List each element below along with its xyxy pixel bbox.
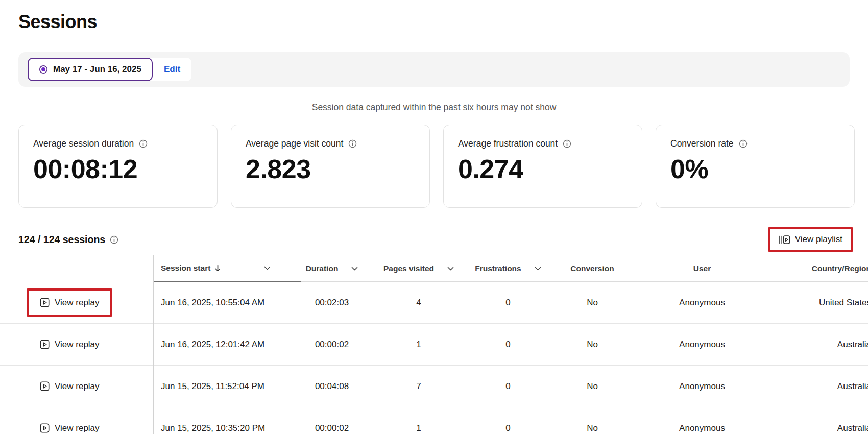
sessions-page: Sessions May 17 - Jun 16, 2025 Edit Sess… bbox=[0, 0, 868, 434]
column-header-frustrations[interactable]: Frustrations bbox=[475, 255, 541, 282]
table-row: View replay Jun 16, 2025, 10:55:04 AM 00… bbox=[0, 282, 868, 324]
view-replay-button[interactable]: View replay bbox=[39, 423, 100, 433]
metric-card: Average frustration count 0.274 bbox=[443, 125, 642, 208]
chevron-down-icon[interactable] bbox=[351, 267, 358, 271]
cell-duration: 00:04:08 bbox=[301, 366, 363, 407]
metric-label: Conversion rate bbox=[670, 138, 734, 149]
chevron-down-icon[interactable] bbox=[264, 266, 271, 270]
sort-descending-icon bbox=[214, 264, 221, 272]
info-icon[interactable] bbox=[739, 139, 748, 148]
cell-frustrations: 0 bbox=[475, 407, 541, 434]
cell-session-start: Jun 16, 2025, 12:01:42 AM bbox=[153, 324, 301, 366]
play-icon bbox=[39, 339, 50, 350]
annotation-highlight-view-replay: View replay bbox=[27, 288, 112, 317]
cell-country: Australia bbox=[761, 366, 868, 407]
table-header-row: Session start Duration Pages visited bbox=[0, 255, 868, 282]
cell-country: Australia bbox=[761, 324, 868, 366]
cell-country: Australia bbox=[761, 407, 868, 434]
cell-frustrations: 0 bbox=[475, 324, 541, 366]
cell-duration: 00:02:03 bbox=[301, 282, 363, 324]
cell-user: Anonymous bbox=[643, 407, 761, 434]
info-icon[interactable] bbox=[110, 235, 118, 244]
cell-country: United States bbox=[761, 282, 868, 324]
metric-card: Average page visit count 2.823 bbox=[231, 125, 430, 208]
column-header-country: Country/Region bbox=[761, 255, 868, 282]
cell-frustrations: 0 bbox=[475, 366, 541, 407]
pinned-column-divider bbox=[153, 255, 154, 434]
column-header-conversion: Conversion bbox=[541, 255, 643, 282]
cell-duration: 00:00:02 bbox=[301, 324, 363, 366]
view-replay-button[interactable]: View replay bbox=[39, 297, 100, 308]
date-range-label: May 17 - Jun 16, 2025 bbox=[53, 64, 141, 75]
annotation-highlight-view-playlist: View playlist bbox=[768, 227, 853, 252]
cell-conversion: No bbox=[541, 366, 643, 407]
date-range-chip[interactable]: May 17 - Jun 16, 2025 bbox=[28, 58, 153, 81]
metric-label: Average session duration bbox=[33, 138, 134, 149]
cell-pages-visited: 4 bbox=[363, 282, 475, 324]
sessions-table: Session start Duration Pages visited bbox=[0, 255, 868, 434]
metric-value: 0% bbox=[670, 155, 841, 183]
info-icon[interactable] bbox=[348, 139, 357, 148]
metric-card: Average session duration 00:08:12 bbox=[18, 125, 218, 208]
view-replay-button[interactable]: View replay bbox=[39, 381, 100, 392]
cell-replay: View replay bbox=[0, 366, 153, 407]
sessions-toolbar: 124 / 124 sessions View playlist bbox=[18, 223, 853, 256]
metric-cards: Average session duration 00:08:12 Averag… bbox=[18, 125, 855, 208]
cell-user: Anonymous bbox=[643, 324, 761, 366]
data-delay-notice: Session data captured within the past si… bbox=[0, 102, 868, 113]
info-icon[interactable] bbox=[139, 139, 148, 148]
column-header-replay bbox=[0, 255, 153, 282]
playlist-icon bbox=[779, 235, 790, 245]
play-icon bbox=[39, 381, 50, 392]
table-row: View replay Jun 16, 2025, 12:01:42 AM 00… bbox=[0, 324, 868, 366]
view-playlist-label: View playlist bbox=[795, 234, 842, 245]
play-icon bbox=[39, 297, 50, 308]
cell-pages-visited: 7 bbox=[363, 366, 475, 407]
cell-pages-visited: 1 bbox=[363, 407, 475, 434]
date-filter-bar: May 17 - Jun 16, 2025 Edit bbox=[18, 52, 850, 87]
radio-selected-icon bbox=[39, 65, 48, 74]
cell-frustrations: 0 bbox=[475, 282, 541, 324]
chevron-down-icon[interactable] bbox=[535, 267, 541, 271]
cell-session-start: Jun 15, 2025, 11:52:04 PM bbox=[153, 366, 301, 407]
column-header-user: User bbox=[643, 255, 761, 282]
cell-replay: View replay bbox=[0, 282, 153, 324]
metric-value: 00:08:12 bbox=[33, 155, 204, 183]
edit-date-range-button[interactable]: Edit bbox=[153, 58, 191, 81]
info-icon[interactable] bbox=[563, 139, 571, 148]
column-header-pages-visited[interactable]: Pages visited bbox=[363, 255, 475, 282]
cell-duration: 00:00:02 bbox=[301, 407, 363, 434]
column-header-duration[interactable]: Duration bbox=[301, 255, 363, 282]
sessions-count-label: 124 / 124 sessions bbox=[18, 234, 105, 246]
metric-label: Average frustration count bbox=[458, 138, 558, 149]
cell-session-start: Jun 16, 2025, 10:55:04 AM bbox=[153, 282, 301, 324]
metric-value: 2.823 bbox=[246, 155, 416, 183]
cell-user: Anonymous bbox=[643, 282, 761, 324]
play-icon bbox=[39, 423, 50, 433]
cell-replay: View replay bbox=[0, 324, 153, 366]
view-replay-button[interactable]: View replay bbox=[39, 339, 100, 350]
cell-conversion: No bbox=[541, 407, 643, 434]
chevron-down-icon[interactable] bbox=[447, 267, 454, 271]
cell-session-start: Jun 15, 2025, 10:35:20 PM bbox=[153, 407, 301, 434]
cell-user: Anonymous bbox=[643, 366, 761, 407]
metric-value: 0.274 bbox=[458, 155, 629, 183]
column-header-session-start[interactable]: Session start bbox=[153, 255, 301, 282]
cell-conversion: No bbox=[541, 324, 643, 366]
date-filter-group: May 17 - Jun 16, 2025 Edit bbox=[28, 58, 191, 81]
view-playlist-button[interactable]: View playlist bbox=[770, 229, 851, 250]
cell-conversion: No bbox=[541, 282, 643, 324]
cell-replay: View replay bbox=[0, 407, 153, 434]
table-row: View replay Jun 15, 2025, 11:52:04 PM 00… bbox=[0, 366, 868, 407]
page-title: Sessions bbox=[18, 11, 97, 33]
table-row: View replay Jun 15, 2025, 10:35:20 PM 00… bbox=[0, 407, 868, 434]
metric-label: Average page visit count bbox=[246, 138, 343, 149]
cell-pages-visited: 1 bbox=[363, 324, 475, 366]
metric-card: Conversion rate 0% bbox=[656, 125, 855, 208]
